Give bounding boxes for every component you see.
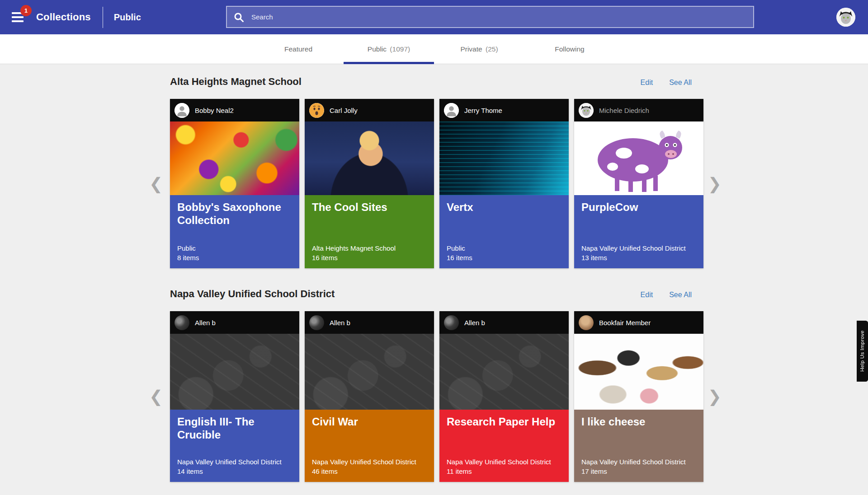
card-item-count: 16 items	[447, 253, 561, 262]
card-item-count: 11 items	[447, 467, 561, 476]
owner-name: Allen b	[464, 319, 485, 327]
card-scope: Napa Valley Unified School District	[312, 457, 427, 467]
chevron-right-icon: ❯	[708, 387, 722, 406]
owner-name: Bookfair Member	[599, 319, 651, 327]
card-row: Allen b English III- The Crucible Napa V…	[170, 311, 703, 482]
navbar-divider	[103, 7, 103, 28]
app-title: Collections	[36, 11, 91, 23]
collection-card[interactable]: Michele Diedrich	[574, 99, 703, 268]
card-owner-row: Bookfair Member	[574, 311, 703, 334]
card-owner-row: Carl Jolly	[305, 99, 434, 121]
tab-featured[interactable]: Featured	[253, 34, 344, 64]
owner-name: Michele Diedrich	[599, 107, 649, 114]
section-title: Napa Valley Unified School District	[170, 288, 641, 300]
collection-card[interactable]: Bobby Neal2 Bobby's Saxophone Collection…	[170, 99, 299, 268]
collection-card[interactable]: Allen b Research Paper Help Napa Valley …	[439, 311, 569, 482]
search-bar[interactable]	[226, 6, 754, 28]
tab-following[interactable]: Following	[524, 34, 615, 64]
card-item-count: 14 items	[177, 467, 292, 476]
photo-avatar	[579, 315, 594, 330]
collection-card[interactable]: Allen b Civil War Napa Valley Unified Sc…	[305, 311, 434, 482]
default-person-avatar-icon	[175, 103, 189, 118]
card-thumbnail	[439, 334, 569, 410]
carousel-right-button[interactable]: ❯	[708, 388, 722, 405]
card-item-count: 8 items	[177, 253, 292, 262]
card-scope: Napa Valley Unified School District	[177, 457, 292, 467]
edit-button[interactable]: Edit	[641, 291, 653, 299]
card-title: Civil War	[312, 415, 427, 428]
see-all-button[interactable]: See All	[669, 291, 692, 299]
chevron-left-icon: ❮	[149, 387, 163, 406]
card-item-count: 46 items	[312, 467, 427, 476]
tab-label: Following	[555, 45, 584, 53]
carousel-left-button[interactable]: ❮	[149, 388, 163, 405]
owner-name: Jerry Thome	[464, 107, 502, 114]
card-title: Bobby's Saxophone Collection	[177, 201, 292, 227]
card-thumbnail	[574, 334, 703, 410]
section-title: Alta Heights Magnet School	[170, 76, 641, 88]
tab-bar: Featured Public (1097) Private (25) Foll…	[0, 34, 868, 64]
card-title: Vertx	[447, 201, 561, 214]
card-owner-row: Allen b	[439, 311, 569, 334]
card-title: The Cool Sites	[312, 201, 427, 214]
hamburger-bar	[12, 20, 24, 22]
emoji-avatar-icon	[309, 103, 324, 118]
card-title: PurpleCow	[581, 201, 696, 214]
card-scope: Public	[447, 243, 561, 253]
card-thumbnail	[170, 334, 299, 410]
section-alta-heights: Alta Heights Magnet School Edit See All …	[170, 76, 703, 268]
carousel-left-button[interactable]: ❮	[149, 176, 163, 192]
carousel-right-button[interactable]: ❯	[708, 176, 722, 192]
owner-name: Allen b	[195, 319, 216, 327]
collection-card[interactable]: Bookfair Member I like cheese Napa Valle…	[574, 311, 703, 482]
collection-card[interactable]: Jerry Thome Vertx Public 16 items	[439, 99, 569, 268]
card-item-count: 17 items	[581, 467, 696, 476]
card-owner-row: Michele Diedrich	[574, 99, 703, 121]
help-us-improve-tab[interactable]: Help Us Improve	[857, 321, 868, 382]
owner-name: Bobby Neal2	[195, 107, 234, 114]
collection-card[interactable]: Allen b English III- The Crucible Napa V…	[170, 311, 299, 482]
card-owner-row: Bobby Neal2	[170, 99, 299, 121]
tab-label: Featured	[284, 45, 312, 53]
tab-count: (25)	[486, 45, 498, 53]
card-scope: Napa Valley Unified School District	[447, 457, 561, 467]
card-thumbnail	[439, 121, 569, 195]
card-item-count: 16 items	[312, 253, 427, 262]
card-title: I like cheese	[581, 415, 696, 428]
tab-private[interactable]: Private (25)	[434, 34, 524, 64]
see-all-button[interactable]: See All	[669, 79, 692, 87]
card-title: English III- The Crucible	[177, 415, 292, 442]
edit-button[interactable]: Edit	[641, 79, 653, 87]
card-thumbnail	[170, 121, 299, 195]
user-avatar[interactable]	[836, 8, 855, 27]
tab-label: Public	[368, 45, 387, 53]
card-thumbnail	[305, 121, 434, 195]
card-owner-row: Jerry Thome	[439, 99, 569, 121]
tab-label: Private	[460, 45, 482, 53]
section-napa-valley: Napa Valley Unified School District Edit…	[170, 288, 703, 482]
card-scope: Napa Valley Unified School District	[581, 457, 696, 467]
owner-name: Carl Jolly	[330, 107, 358, 114]
card-item-count: 13 items	[581, 253, 696, 262]
search-input[interactable]	[251, 13, 747, 21]
page-title: Public	[114, 12, 141, 23]
default-person-avatar-icon	[444, 103, 459, 118]
chevron-right-icon: ❯	[708, 174, 722, 193]
card-scope: Napa Valley Unified School District	[581, 243, 696, 253]
cat-avatar-icon	[579, 103, 594, 118]
cat-avatar-image	[836, 8, 855, 27]
chevron-left-icon: ❮	[149, 174, 163, 193]
hamburger-bar	[12, 16, 24, 18]
card-thumbnail	[574, 121, 703, 195]
photo-avatar	[444, 315, 459, 330]
owner-name: Allen b	[330, 319, 350, 327]
notification-badge: 1	[20, 5, 32, 16]
tab-count: (1097)	[390, 45, 410, 53]
card-title: Research Paper Help	[447, 415, 561, 428]
collection-card[interactable]: Carl Jolly The Cool Sites Alta Heights M…	[305, 99, 434, 268]
tab-public[interactable]: Public (1097)	[344, 34, 434, 64]
card-owner-row: Allen b	[305, 311, 434, 334]
card-thumbnail	[305, 334, 434, 410]
photo-avatar	[175, 315, 189, 330]
hamburger-menu-icon[interactable]: 1	[12, 12, 24, 22]
